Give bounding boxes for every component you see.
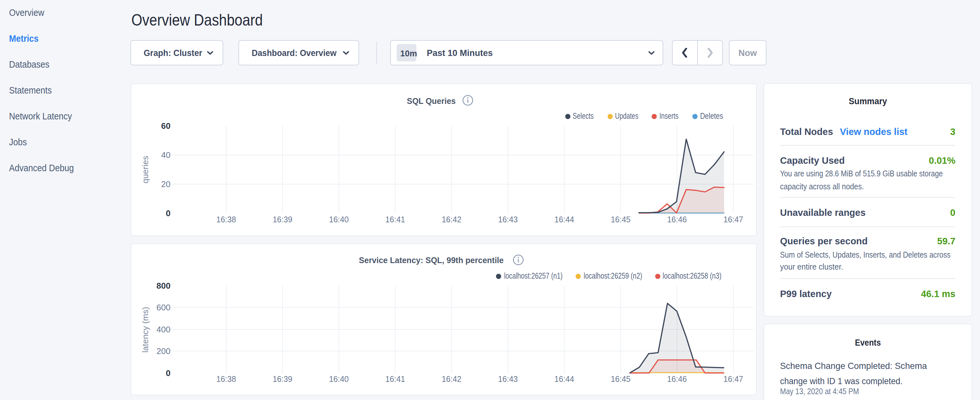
svg-text:20: 20 [161, 179, 170, 189]
svg-text:16:44: 16:44 [555, 374, 574, 384]
svg-text:40: 40 [161, 150, 170, 160]
svg-text:16:44: 16:44 [555, 215, 574, 224]
svg-text:16:46: 16:46 [667, 374, 687, 384]
svg-text:600: 600 [157, 303, 170, 312]
svg-text:16:41: 16:41 [385, 374, 405, 384]
svg-text:queries: queries [140, 156, 150, 183]
svg-text:latency (ms): latency (ms) [140, 307, 150, 353]
svg-text:16:38: 16:38 [216, 374, 236, 384]
svg-text:16:40: 16:40 [329, 215, 349, 224]
svg-text:16:47: 16:47 [724, 215, 743, 224]
svg-text:16:45: 16:45 [611, 374, 631, 384]
svg-text:16:39: 16:39 [273, 215, 293, 224]
svg-text:400: 400 [157, 325, 170, 334]
svg-text:16:45: 16:45 [611, 215, 631, 224]
svg-text:16:40: 16:40 [329, 374, 349, 384]
svg-text:0: 0 [166, 209, 170, 218]
svg-text:200: 200 [157, 346, 170, 356]
svg-text:16:42: 16:42 [442, 374, 461, 384]
svg-text:16:46: 16:46 [667, 215, 687, 224]
svg-text:16:38: 16:38 [216, 215, 236, 224]
svg-text:16:39: 16:39 [273, 374, 293, 384]
svg-text:800: 800 [157, 281, 170, 291]
svg-text:16:41: 16:41 [385, 215, 405, 224]
svg-text:16:43: 16:43 [498, 374, 518, 384]
svg-text:16:42: 16:42 [442, 215, 461, 224]
svg-text:16:43: 16:43 [498, 215, 518, 224]
svg-text:16:47: 16:47 [724, 374, 743, 384]
svg-text:0: 0 [166, 368, 170, 378]
svg-text:60: 60 [161, 121, 170, 131]
